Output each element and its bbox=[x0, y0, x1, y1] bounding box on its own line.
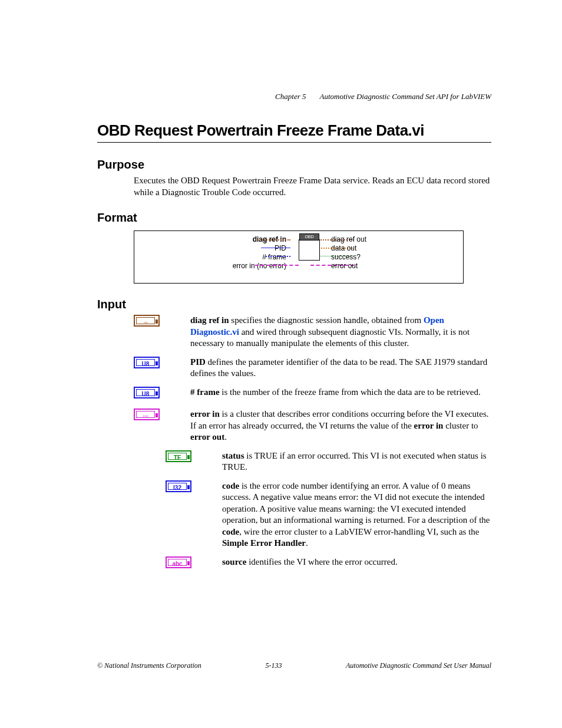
obd-badge: OBD bbox=[299, 233, 319, 241]
running-header: Chapter 5 Automotive Diagnostic Command … bbox=[97, 92, 491, 101]
title-rule bbox=[97, 142, 491, 143]
frame-label: # frame bbox=[233, 253, 286, 262]
input-pid: U8 PID defines the parameter identifier … bbox=[134, 357, 491, 380]
status-bold: status bbox=[222, 451, 244, 460]
error-out-label: error out bbox=[331, 262, 366, 271]
error-in-label: error in (no error) bbox=[233, 262, 286, 271]
pid-bold: PID bbox=[190, 357, 206, 367]
chapter-label: Chapter 5 bbox=[275, 92, 306, 101]
input-source: abc source identifies the VI where the e… bbox=[166, 556, 491, 572]
page-footer: © National Instruments Corporation 5-133… bbox=[97, 661, 491, 670]
vi-icon: OBD bbox=[299, 239, 320, 261]
u8-terminal-icon: U8 bbox=[134, 357, 160, 368]
diag-ref-out-label: diag ref out bbox=[331, 235, 366, 244]
footer-copyright: © National Instruments Corporation bbox=[97, 661, 201, 670]
connector-pane-diagram: diag ref in PID # frame error in (no err… bbox=[134, 230, 464, 284]
input-error-in: ▫▫▫ error in is a cluster that describes… bbox=[134, 409, 491, 443]
purpose-heading: Purpose bbox=[97, 158, 491, 172]
diag-ref-in-bold: diag ref in bbox=[190, 315, 229, 325]
footer-manual-title: Automotive Diagnostic Command Set User M… bbox=[346, 661, 491, 670]
page-title: OBD Request Powertrain Freeze Frame Data… bbox=[97, 121, 491, 140]
cluster-terminal-icon: ▫▫▫ bbox=[134, 315, 160, 327]
purpose-text: Executes the OBD Request Powertrain Free… bbox=[134, 175, 491, 198]
section-label: Automotive Diagnostic Command Set API fo… bbox=[319, 92, 491, 101]
input-frame: U8 # frame is the number of the freeze f… bbox=[134, 387, 491, 402]
input-status: TF status is TRUE if an error occurred. … bbox=[166, 450, 491, 473]
footer-page-number: 5-133 bbox=[265, 661, 282, 670]
data-out-label: data out bbox=[331, 244, 366, 253]
boolean-terminal-icon: TF bbox=[166, 450, 191, 462]
input-heading: Input bbox=[97, 298, 491, 311]
diagram-right-labels: diag ref out data out success? error out bbox=[331, 235, 366, 271]
format-heading: Format bbox=[97, 211, 491, 225]
input-code: I32 code is the error code number identi… bbox=[166, 480, 491, 549]
source-bold: source bbox=[222, 557, 246, 566]
success-label: success? bbox=[331, 253, 366, 262]
string-terminal-icon: abc bbox=[166, 556, 191, 568]
error-cluster-terminal-icon: ▫▫▫ bbox=[134, 409, 160, 420]
i32-terminal-icon: I32 bbox=[166, 480, 191, 492]
pid-label: PID bbox=[233, 244, 286, 253]
error-in-bold: error in bbox=[190, 409, 220, 419]
input-diag-ref-in: ▫▫▫ diag ref in specifies the diagnostic… bbox=[134, 315, 491, 350]
code-bold: code bbox=[222, 481, 239, 490]
vi-icon-holder: OBD bbox=[290, 236, 326, 261]
u8-terminal-icon: U8 bbox=[134, 387, 160, 398]
frame-bold: # frame bbox=[190, 387, 220, 397]
